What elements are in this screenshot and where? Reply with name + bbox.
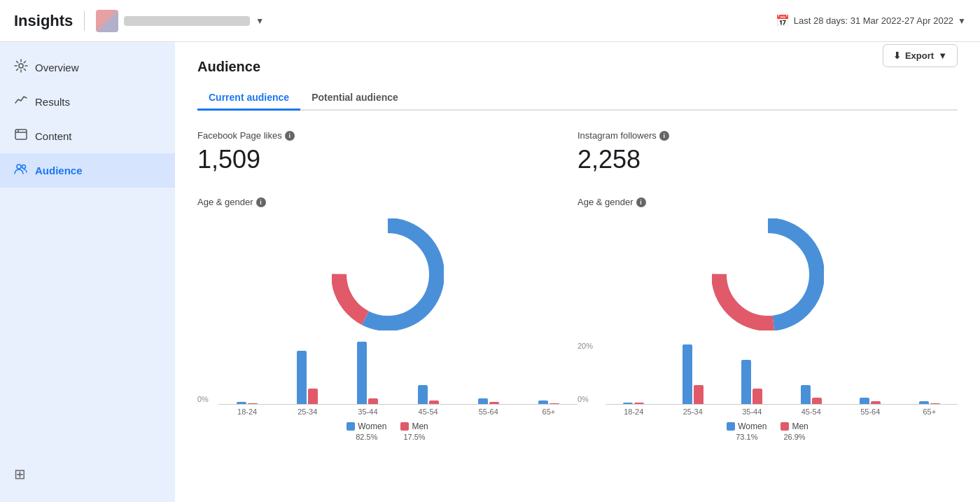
fb-women-35-44 — [357, 342, 367, 404]
ig-bar-65plus — [902, 342, 958, 404]
sidebar-item-content[interactable]: Content — [0, 119, 175, 153]
facebook-metric-value: 1,509 — [197, 145, 578, 174]
ig-women-dot — [727, 422, 735, 431]
facebook-metric-label: Facebook Page likes i — [197, 130, 578, 141]
fb-women-label: Women — [358, 421, 386, 431]
instagram-age-gender-label: Age & gender i — [578, 197, 958, 207]
instagram-donut-svg — [712, 218, 824, 330]
instagram-legend: Women 73.1% Men 26.9% — [578, 421, 958, 441]
svg-line-5 — [17, 62, 18, 63]
fb-men-65plus — [550, 403, 559, 404]
fb-women-55-64 — [478, 398, 488, 404]
app-title: Insights — [14, 12, 73, 30]
page-selector[interactable]: ▼ — [96, 10, 264, 32]
content-area: Audience ⬇ Export ▼ Current audience Pot… — [175, 42, 980, 502]
fb-legend-men: Men 17.5% — [400, 421, 428, 441]
ig-bar-45-54 — [783, 342, 840, 404]
ig-men-65plus — [930, 403, 940, 404]
audience-icon — [14, 162, 28, 179]
ig-label-65plus: 65+ — [902, 407, 958, 416]
facebook-donut — [197, 218, 578, 330]
ig-women-label: Women — [738, 421, 766, 431]
charts-row: Age & gender i — [197, 197, 958, 441]
tab-potential-audience[interactable]: Potential audience — [300, 86, 410, 111]
date-range-chevron[interactable]: ▼ — [958, 16, 966, 26]
sidebar-label-content: Content — [35, 130, 72, 142]
instagram-chart-section: Age & gender i 20% 0% — [578, 197, 958, 441]
fb-bar-25-34 — [279, 342, 336, 404]
facebook-ag-info-icon[interactable]: i — [256, 197, 266, 207]
fb-women-45-54 — [418, 385, 428, 404]
results-icon — [14, 93, 28, 111]
fb-men-label: Men — [412, 421, 428, 431]
svg-line-7 — [24, 62, 25, 63]
fb-men-25-34 — [308, 389, 318, 404]
fb-women-18-24 — [237, 402, 246, 404]
fb-y-mid: 0% — [197, 395, 209, 403]
fb-women-dot — [346, 422, 355, 431]
audience-tabs: Current audience Potential audience — [197, 86, 958, 111]
facebook-info-icon[interactable]: i — [285, 131, 295, 141]
instagram-info-icon[interactable]: i — [659, 131, 669, 141]
date-range-selector[interactable]: 📅 Last 28 days: 31 Mar 2022-27 Apr 2022 … — [776, 14, 966, 27]
instagram-ag-info-icon[interactable]: i — [636, 197, 646, 207]
ig-women-18-24 — [623, 403, 633, 404]
svg-line-6 — [24, 69, 25, 70]
sidebar-label-results: Results — [35, 96, 70, 108]
sidebar-toggle-icon[interactable]: ⊞ — [14, 466, 26, 482]
fb-bar-35-44 — [339, 342, 396, 404]
ig-legend-men: Men 26.9% — [780, 421, 808, 441]
facebook-bars — [218, 342, 578, 405]
sidebar-bottom: ⊞ — [0, 454, 175, 494]
instagram-metric: Instagram followers i 2,258 — [578, 130, 958, 174]
ig-men-25-34 — [694, 385, 704, 404]
facebook-chart-section: Age & gender i — [197, 197, 578, 441]
ig-label-18-24: 18-24 — [606, 407, 662, 416]
svg-point-0 — [19, 64, 23, 68]
sidebar-item-audience[interactable]: Audience — [0, 153, 175, 188]
export-chevron: ▼ — [938, 50, 947, 61]
fb-women-65plus — [538, 400, 548, 404]
page-name-placeholder — [124, 16, 250, 26]
ig-y-mid: 0% — [578, 395, 593, 403]
export-button[interactable]: ⬇ Export ▼ — [883, 44, 958, 67]
svg-point-16 — [354, 241, 421, 308]
date-range-text: Last 28 days: 31 Mar 2022-27 Apr 2022 — [794, 15, 953, 26]
ig-women-45-54 — [801, 385, 811, 404]
fb-bar-55-64 — [460, 342, 517, 404]
instagram-metric-label: Instagram followers i — [578, 130, 958, 141]
ig-label-45-54: 45-54 — [783, 407, 840, 416]
facebook-age-gender-label: Age & gender i — [197, 197, 578, 207]
ig-bar-25-34 — [665, 342, 722, 404]
page-selector-chevron[interactable]: ▼ — [255, 16, 264, 26]
fb-label-25-34: 25-34 — [279, 407, 336, 416]
instagram-donut — [578, 218, 958, 330]
ig-label-35-44: 35-44 — [724, 407, 780, 416]
sidebar-item-results[interactable]: Results — [0, 85, 175, 119]
overview-icon — [14, 59, 28, 76]
ig-men-45-54 — [812, 398, 822, 404]
ig-women-65plus — [919, 401, 929, 404]
ig-women-35-44 — [741, 360, 751, 404]
fb-bar-45-54 — [400, 342, 457, 404]
ig-bar-35-44 — [724, 342, 780, 404]
fb-women-pct: 82.5% — [356, 433, 377, 441]
sidebar-label-overview: Overview — [35, 62, 79, 74]
ig-men-pct: 26.9% — [783, 433, 805, 441]
svg-rect-9 — [15, 130, 27, 139]
sidebar-item-overview[interactable]: Overview — [0, 50, 175, 85]
fb-bar-65plus — [520, 342, 578, 404]
ig-women-25-34 — [682, 344, 692, 404]
tab-current-audience[interactable]: Current audience — [197, 86, 300, 111]
facebook-legend: Women 82.5% Men 17.5% — [197, 421, 578, 441]
fb-label-65plus: 65+ — [520, 407, 578, 416]
svg-line-8 — [17, 69, 18, 70]
instagram-bars — [606, 342, 958, 405]
svg-point-19 — [734, 241, 802, 308]
ig-men-18-24 — [634, 403, 644, 404]
page-avatar — [96, 10, 118, 32]
fb-bar-18-24 — [218, 342, 276, 404]
calendar-icon: 📅 — [776, 14, 790, 27]
fb-men-45-54 — [429, 400, 439, 404]
fb-legend-women: Women 82.5% — [346, 421, 386, 441]
